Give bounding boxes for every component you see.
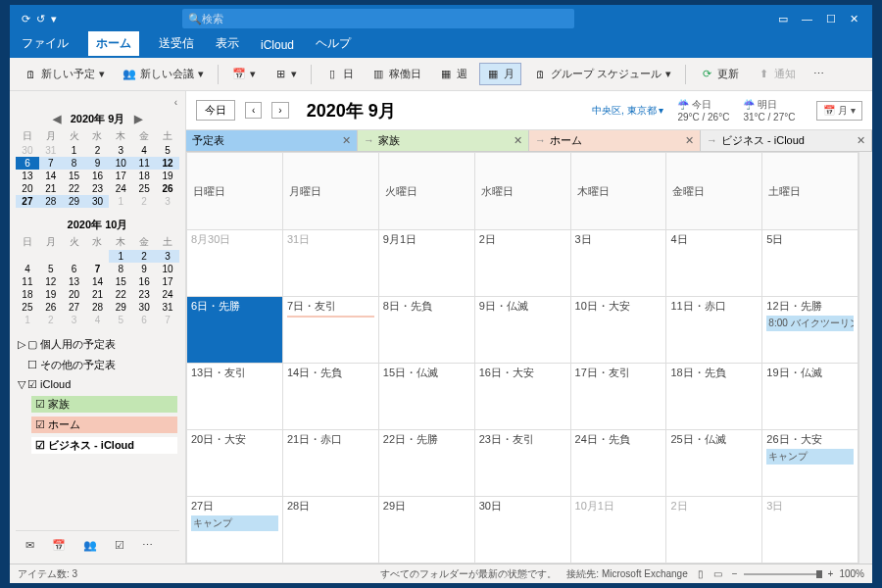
menu-ヘルプ[interactable]: ヘルプ xyxy=(314,31,353,58)
minimize-icon[interactable]: — xyxy=(802,13,812,25)
minical-day[interactable]: 29 xyxy=(63,195,86,208)
minical-day[interactable]: 21 xyxy=(39,182,63,195)
qat-dropdown-icon[interactable]: ▾ xyxy=(51,13,57,25)
minical-day[interactable]: 2 xyxy=(132,250,156,263)
close-icon[interactable]: ✕ xyxy=(850,13,858,25)
maximize-icon[interactable]: ☐ xyxy=(826,13,836,25)
calendar-event[interactable]: キャンプ xyxy=(766,449,854,465)
minical-day[interactable]: 26 xyxy=(39,301,63,314)
minical-day[interactable]: 1 xyxy=(109,195,132,208)
view-normal-icon[interactable]: ▯ xyxy=(698,568,704,579)
calendar-cell[interactable]: 29日 xyxy=(378,497,474,564)
minical-day[interactable]: 13 xyxy=(16,170,39,182)
zoom-slider[interactable] xyxy=(744,573,822,575)
group-personal[interactable]: ▷▢ 個人用の予定表 xyxy=(16,334,179,355)
minical-day[interactable]: 4 xyxy=(132,144,156,157)
minical-day[interactable] xyxy=(86,250,110,263)
calendar-cell[interactable]: 4日 xyxy=(666,230,762,297)
minical-day[interactable]: 12 xyxy=(156,157,179,170)
chevron-down-icon[interactable]: ▾ xyxy=(665,68,671,80)
calendar-cell[interactable]: 9月1日 xyxy=(378,230,474,297)
calendar-cell[interactable]: 3日 xyxy=(570,230,666,297)
minical-day[interactable]: 24 xyxy=(109,182,132,195)
calendar-cell[interactable]: 2日 xyxy=(666,497,762,564)
calendar-cell[interactable]: 8月30日 xyxy=(187,230,283,297)
calendar-event[interactable]: 8:00 バイクツーリング 志賀島へ; 志賀島 xyxy=(766,316,854,331)
calendar-tab[interactable]: →ホーム✕ xyxy=(529,130,701,152)
calendar-cell[interactable]: 23日・友引 xyxy=(474,430,570,497)
calendar-cell[interactable]: 20日・大安 xyxy=(187,430,283,497)
view-reading-icon[interactable]: ▭ xyxy=(713,568,722,579)
minical-day[interactable]: 25 xyxy=(16,301,39,314)
new-event-button[interactable]: 🗓新しい予定▾ xyxy=(18,64,111,84)
minical-day[interactable]: 24 xyxy=(156,288,179,301)
minical-day[interactable]: 18 xyxy=(16,288,39,301)
menu-ホーム[interactable]: ホーム xyxy=(88,31,139,58)
calendar-cell[interactable]: 28日 xyxy=(282,497,378,564)
calendar-cell[interactable]: 16日・大安 xyxy=(474,364,570,430)
calendar-cell[interactable]: 13日・友引 xyxy=(187,364,283,430)
zoom-out-icon[interactable]: − xyxy=(732,568,738,579)
minical-day[interactable] xyxy=(39,250,63,263)
group-other[interactable]: ☐ その他の予定表 xyxy=(16,355,179,375)
minical-day[interactable]: 3 xyxy=(63,314,86,326)
menu-送受信[interactable]: 送受信 xyxy=(157,31,196,58)
calendar-cell[interactable]: 11日・赤口 xyxy=(666,297,762,364)
calendar-item[interactable]: ☑ ビジネス - iCloud xyxy=(16,435,179,456)
undo-icon[interactable]: ↺ xyxy=(36,13,45,25)
minical-day[interactable]: 20 xyxy=(63,288,86,301)
minical-day[interactable]: 1 xyxy=(16,314,39,326)
today-button[interactable]: 今日 xyxy=(196,100,235,121)
calendar-cell[interactable]: 24日・先負 xyxy=(570,430,666,497)
weather-location[interactable]: 中央区, 東京都 ▾ xyxy=(592,104,663,118)
minical-day[interactable]: 21 xyxy=(86,288,110,301)
chevron-down-icon[interactable]: ▾ xyxy=(291,68,297,80)
refresh-button[interactable]: ⟳更新 xyxy=(694,64,745,84)
minical-day[interactable]: 1 xyxy=(109,250,132,263)
minical-day[interactable]: 27 xyxy=(63,301,86,314)
calendar-cell[interactable]: 3日 xyxy=(762,497,858,564)
chevron-down-icon[interactable]: ▾ xyxy=(250,68,256,80)
calendar-event[interactable]: キャンプ xyxy=(191,515,278,531)
calendar-cell[interactable]: 12日・先勝8:00 バイクツーリング 志賀島へ; 志賀島 xyxy=(762,297,858,364)
calendar-tab[interactable]: →ビジネス - iCloud✕ xyxy=(701,130,872,152)
minical-day[interactable]: 16 xyxy=(86,170,110,182)
minical-day[interactable]: 28 xyxy=(86,301,110,314)
sync-icon[interactable]: ⟳ xyxy=(22,13,30,25)
zoom-in-icon[interactable]: + xyxy=(828,568,834,579)
calendar-cell[interactable]: 19日・仏滅 xyxy=(762,364,858,430)
minical-day[interactable]: 31 xyxy=(39,144,63,157)
minical-day[interactable]: 12 xyxy=(39,275,63,288)
minical-day[interactable]: 14 xyxy=(39,170,63,182)
minical-day[interactable]: 1 xyxy=(63,144,86,157)
minical-next[interactable]: ▶ xyxy=(130,113,146,125)
workweek-view-button[interactable]: ▥稼働日 xyxy=(366,64,427,84)
calendar-icon[interactable]: 📅 xyxy=(52,539,66,552)
minical-day[interactable]: 30 xyxy=(16,144,39,157)
calendar-tab[interactable]: →家族✕ xyxy=(358,130,529,152)
minical-day[interactable]: 30 xyxy=(132,301,156,314)
minical-day[interactable]: 18 xyxy=(132,170,156,182)
calendar-cell[interactable]: 7日・友引 xyxy=(282,297,378,364)
minical-day[interactable]: 9 xyxy=(132,263,156,275)
search-box[interactable]: 🔍 xyxy=(182,9,574,28)
minical-day[interactable]: 14 xyxy=(86,275,110,288)
calendar-cell[interactable]: 21日・赤口 xyxy=(282,430,378,497)
calendar-cell[interactable]: 14日・先負 xyxy=(282,364,378,430)
calendar-cell[interactable]: 22日・先勝 xyxy=(378,430,474,497)
minical-day[interactable]: 23 xyxy=(132,288,156,301)
ribbon-display-icon[interactable]: ▭ xyxy=(778,13,788,25)
tab-close-icon[interactable]: ✕ xyxy=(342,134,351,147)
minical-day[interactable]: 28 xyxy=(39,195,63,208)
calendar-cell[interactable]: 8日・先負 xyxy=(378,297,474,364)
calendar-cell[interactable]: 18日・先負 xyxy=(666,364,762,430)
minical-day[interactable]: 13 xyxy=(63,275,86,288)
minical-day[interactable]: 29 xyxy=(109,301,132,314)
tab-close-icon[interactable]: ✕ xyxy=(685,134,694,147)
minical-day[interactable]: 5 xyxy=(39,263,63,275)
calendar-cell[interactable]: 25日・仏滅 xyxy=(666,430,762,497)
vertical-scrollbar[interactable] xyxy=(858,152,872,564)
minical-day[interactable] xyxy=(16,250,39,263)
month-view-button[interactable]: ▦月 xyxy=(479,63,521,85)
minical-day[interactable]: 7 xyxy=(156,314,179,326)
